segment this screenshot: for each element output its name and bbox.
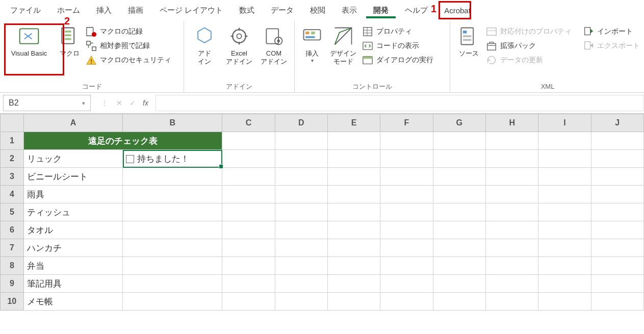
cell-J6[interactable]	[591, 221, 643, 239]
row-header-10[interactable]: 10	[1, 293, 24, 311]
map-properties-button[interactable]: 対応付けのプロパティ	[484, 25, 581, 38]
excel-addins-button[interactable]: Excel アドイン	[222, 23, 256, 81]
tab-pagelayout[interactable]: ページ レイアウト	[152, 3, 230, 18]
fx-icon[interactable]: fx	[143, 99, 148, 107]
tab-developer[interactable]: 開発	[366, 3, 396, 18]
export-button[interactable]: エクスポート	[581, 39, 642, 53]
cell-F9[interactable]	[380, 275, 433, 293]
cell-C4[interactable]	[222, 186, 275, 203]
col-header-C[interactable]: C	[222, 114, 275, 132]
cell-H4[interactable]	[486, 186, 538, 203]
cell-H10[interactable]	[486, 293, 538, 311]
row-header-7[interactable]: 7	[1, 239, 24, 257]
col-header-J[interactable]: J	[591, 114, 643, 132]
cell-J7[interactable]	[591, 239, 643, 257]
row-header-5[interactable]: 5	[1, 203, 24, 221]
macro-button[interactable]: マクロ	[55, 23, 84, 81]
col-header-F[interactable]: F	[380, 114, 433, 132]
cell-C9[interactable]	[222, 275, 275, 293]
tab-acrobat[interactable]: Acrobat	[437, 3, 478, 18]
cell-H6[interactable]	[486, 221, 538, 239]
properties-button[interactable]: プロパティ	[360, 25, 447, 38]
cell-E3[interactable]	[328, 168, 380, 186]
cell-A7[interactable]: ハンカチ	[23, 239, 123, 257]
cell-F7[interactable]	[380, 239, 433, 257]
cell-H1[interactable]	[486, 132, 538, 150]
record-macro-button[interactable]: マクロの記録	[84, 25, 181, 38]
cell-H9[interactable]	[486, 275, 538, 293]
cell-G7[interactable]	[433, 239, 485, 257]
cell-C7[interactable]	[222, 239, 275, 257]
tab-help[interactable]: ヘルプ	[398, 3, 435, 18]
cell-D2[interactable]	[275, 150, 327, 168]
cell-B4[interactable]	[123, 186, 222, 203]
cell-E4[interactable]	[328, 186, 380, 203]
cell-D4[interactable]	[275, 186, 327, 203]
cell-E1[interactable]	[328, 132, 380, 150]
cell-F8[interactable]	[380, 257, 433, 275]
tab-data[interactable]: データ	[264, 3, 301, 18]
cell-B9[interactable]	[123, 275, 222, 293]
col-header-I[interactable]: I	[538, 114, 591, 132]
cell-B7[interactable]	[123, 239, 222, 257]
tab-insert[interactable]: 挿入	[89, 3, 119, 18]
cell-title[interactable]: 遠足のチェック表	[23, 132, 222, 150]
cell-J8[interactable]	[591, 257, 643, 275]
tab-view[interactable]: 表示	[334, 3, 364, 18]
cell-A9[interactable]: 筆記用具	[23, 275, 123, 293]
refresh-data-button[interactable]: データの更新	[484, 54, 581, 67]
cell-C5[interactable]	[222, 203, 275, 221]
cell-F6[interactable]	[380, 221, 433, 239]
cell-D9[interactable]	[275, 275, 327, 293]
cell-F5[interactable]	[380, 203, 433, 221]
row-header-6[interactable]: 6	[1, 221, 24, 239]
cell-G3[interactable]	[433, 168, 485, 186]
cell-E7[interactable]	[328, 239, 380, 257]
cell-I5[interactable]	[538, 203, 591, 221]
cell-A10[interactable]: メモ帳	[23, 293, 123, 311]
cell-B2[interactable]: 持ちました！	[123, 150, 222, 168]
more-icon[interactable]: ⋮	[101, 99, 109, 107]
cancel-icon[interactable]: ✕	[116, 99, 122, 107]
accept-icon[interactable]: ✓	[130, 99, 136, 107]
cell-A2[interactable]: リュック	[23, 150, 123, 168]
cell-I8[interactable]	[538, 257, 591, 275]
cell-I4[interactable]	[538, 186, 591, 203]
design-mode-button[interactable]: デザイン モード	[326, 23, 360, 81]
name-box[interactable]: B2 ▾	[3, 95, 91, 111]
expansion-pack-button[interactable]: 拡張パック	[484, 39, 581, 53]
cell-I9[interactable]	[538, 275, 591, 293]
tab-review[interactable]: 校閲	[303, 3, 332, 18]
cell-J2[interactable]	[591, 150, 643, 168]
row-header-8[interactable]: 8	[1, 257, 24, 275]
cell-I10[interactable]	[538, 293, 591, 311]
cell-F1[interactable]	[380, 132, 433, 150]
relative-ref-button[interactable]: 相対参照で記録	[84, 39, 181, 53]
visual-basic-button[interactable]: Visual Basic	[3, 23, 55, 81]
cell-F10[interactable]	[380, 293, 433, 311]
select-all-corner[interactable]	[1, 114, 24, 132]
cell-G4[interactable]	[433, 186, 485, 203]
formula-input[interactable]	[156, 95, 644, 111]
cell-G10[interactable]	[433, 293, 485, 311]
cell-D10[interactable]	[275, 293, 327, 311]
view-code-button[interactable]: コードの表示	[360, 39, 447, 53]
col-header-E[interactable]: E	[328, 114, 380, 132]
cell-C3[interactable]	[222, 168, 275, 186]
cell-A5[interactable]: ティッシュ	[23, 203, 123, 221]
cell-D8[interactable]	[275, 257, 327, 275]
cell-H7[interactable]	[486, 239, 538, 257]
run-dialog-button[interactable]: ダイアログの実行	[360, 54, 447, 67]
cell-I6[interactable]	[538, 221, 591, 239]
cell-D3[interactable]	[275, 168, 327, 186]
row-header-4[interactable]: 4	[1, 186, 24, 203]
cell-J5[interactable]	[591, 203, 643, 221]
col-header-H[interactable]: H	[486, 114, 538, 132]
xml-source-button[interactable]: ソース	[453, 23, 484, 81]
cell-C2[interactable]	[222, 150, 275, 168]
cell-D7[interactable]	[275, 239, 327, 257]
cell-B10[interactable]	[123, 293, 222, 311]
cell-I1[interactable]	[538, 132, 591, 150]
import-button[interactable]: インポート	[581, 25, 642, 38]
cell-F3[interactable]	[380, 168, 433, 186]
